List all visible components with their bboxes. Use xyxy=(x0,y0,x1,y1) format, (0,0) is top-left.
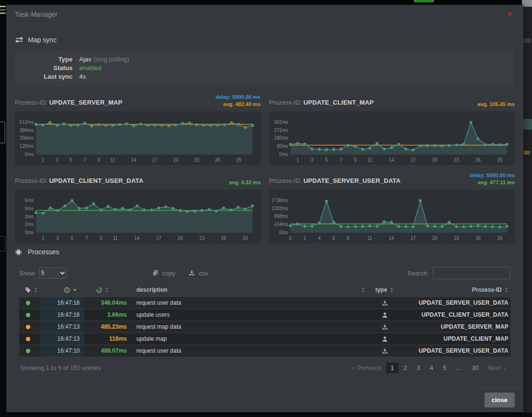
copy-label: copy xyxy=(162,270,175,277)
table-row[interactable]: 16:47:16 3.66ms update users UPDATE_CLIE… xyxy=(19,309,510,321)
download-icon xyxy=(382,300,388,306)
next-page-button[interactable]: Next › xyxy=(484,362,509,373)
column-header-type[interactable]: type xyxy=(372,286,397,293)
delay-stat: delay: 5000.00 ms xyxy=(216,94,261,101)
info-row-type: Type Ajax(long polling) xyxy=(15,55,515,64)
svg-text:5: 5 xyxy=(71,236,73,241)
info-value: Ajax(long polling) xyxy=(79,55,129,64)
show-label: Show xyxy=(19,270,35,277)
background-page-fragment xyxy=(524,151,530,155)
svg-text:17: 17 xyxy=(156,236,161,241)
svg-text:11: 11 xyxy=(113,236,118,241)
svg-text:29: 29 xyxy=(497,157,502,163)
page-button[interactable]: 3 xyxy=(412,362,424,373)
close-button[interactable]: close xyxy=(484,393,515,407)
type-cell xyxy=(372,300,397,306)
svg-text:5: 5 xyxy=(70,157,73,163)
svg-text:3: 3 xyxy=(56,157,59,163)
table-body: 16:47:16 346.04ms request user data UPDA… xyxy=(19,297,510,357)
table-row[interactable]: 16:47:10 489.07ms request user data UPDA… xyxy=(19,345,510,357)
column-header-status[interactable] xyxy=(19,287,40,293)
sync-type-note: (long polling) xyxy=(93,56,129,63)
table-row[interactable]: 16:47:13 485.23ms request map data UPDAT… xyxy=(19,321,510,333)
sort-icon xyxy=(362,287,365,293)
column-header-description[interactable]: description xyxy=(132,286,372,293)
svg-text:256ms: 256ms xyxy=(20,135,34,141)
previous-page-button[interactable]: ‹ Previous xyxy=(348,362,385,373)
chart-update-client-map: Prozess-ID: UPDATE_CLIENT_MAP avg. 105.4… xyxy=(269,93,515,165)
svg-text:11: 11 xyxy=(367,157,372,163)
csv-button[interactable]: csv xyxy=(189,270,208,277)
close-icon[interactable]: × xyxy=(505,10,515,19)
svg-text:29: 29 xyxy=(236,157,241,163)
svg-text:17: 17 xyxy=(410,236,415,241)
svg-text:5: 5 xyxy=(325,157,328,163)
type-cell xyxy=(372,312,397,318)
background-page-fragment xyxy=(0,12,6,14)
processes-heading: Processes xyxy=(15,248,515,256)
description-cell: update map xyxy=(132,335,372,342)
svg-text:7: 7 xyxy=(339,157,342,163)
status-cell xyxy=(19,325,40,329)
chart-panel: 0ms2ms3ms5ms6ms1357911141720232629 xyxy=(15,190,261,243)
svg-text:271ms: 271ms xyxy=(274,128,288,133)
avg-stat: avg. 105.45 ms xyxy=(477,101,515,108)
svg-text:434ms: 434ms xyxy=(274,222,288,227)
svg-text:7: 7 xyxy=(84,157,86,163)
show-entries-select[interactable]: 5 xyxy=(39,267,67,279)
svg-text:23: 23 xyxy=(454,236,459,241)
chart-panel: 0ms434ms868ms1302ms1736ms024681114172023… xyxy=(269,190,515,243)
pagination: ‹ Previous 12345…30 Next › xyxy=(348,362,509,373)
page-button[interactable]: 1 xyxy=(386,362,398,373)
info-label: Last sync xyxy=(15,72,79,81)
status-cell xyxy=(19,301,40,305)
time-cell: 16:47:16 xyxy=(40,309,85,321)
prozess-id-header-label: Prozess-ID xyxy=(472,286,502,293)
background-page-fragment xyxy=(0,6,6,7)
sort-icon xyxy=(34,287,38,293)
duration-cell: 3.66ms xyxy=(85,311,132,318)
status-dot-icon xyxy=(26,349,30,353)
chart-update-server-user-data: Prozess-ID: UPDATE_SERVER_USER_DATA dela… xyxy=(269,171,515,243)
page-button[interactable]: 2 xyxy=(399,362,411,373)
chart-header: Prozess-ID: UPDATE_CLIENT_USER_DATA avg.… xyxy=(15,171,261,186)
chart-canvas: 0ms128ms256ms384ms512ms13579111417202326… xyxy=(16,112,259,164)
status-dot-icon xyxy=(26,337,30,341)
table-row[interactable]: 16:47:16 346.04ms request user data UPDA… xyxy=(19,297,510,309)
previous-label: Previous xyxy=(357,364,382,371)
csv-label: csv xyxy=(199,270,208,277)
svg-text:9: 9 xyxy=(97,157,100,163)
type-cell xyxy=(372,336,397,342)
column-header-duration[interactable] xyxy=(85,287,132,293)
sort-icon xyxy=(390,287,394,293)
search-input[interactable] xyxy=(433,267,510,279)
svg-text:14: 14 xyxy=(131,157,136,163)
column-header-prozess-id[interactable]: Prozess-ID xyxy=(397,286,510,293)
description-cell: request user data xyxy=(132,347,372,354)
clock-icon xyxy=(64,287,70,293)
map-sync-heading-label: Map sync xyxy=(28,36,57,44)
table-row[interactable]: 16:47:13 118ms update map UPDATE_CLIENT_… xyxy=(19,333,510,345)
svg-text:7: 7 xyxy=(85,236,87,241)
page-button[interactable]: 30 xyxy=(467,362,483,373)
svg-text:29: 29 xyxy=(497,236,502,241)
copy-button[interactable]: copy xyxy=(152,270,175,277)
svg-text:180ms: 180ms xyxy=(274,135,288,141)
dialog-header: Task-Manager × xyxy=(6,5,523,24)
svg-text:2: 2 xyxy=(303,236,306,241)
svg-text:20: 20 xyxy=(173,157,178,163)
column-header-time[interactable] xyxy=(40,287,85,293)
search-label: Search: xyxy=(407,270,429,277)
svg-text:128ms: 128ms xyxy=(20,143,34,149)
chart-stats: delay: 5000.00 ms avg. 482.40 ms xyxy=(216,94,261,108)
scrollbar-thumb[interactable] xyxy=(522,0,532,7)
svg-text:3ms: 3ms xyxy=(25,214,34,219)
duration-cell: 485.23ms xyxy=(85,323,132,330)
sort-icon xyxy=(505,287,508,293)
svg-text:1: 1 xyxy=(296,157,299,163)
page-button[interactable]: 4 xyxy=(425,362,437,373)
svg-text:3: 3 xyxy=(56,236,59,241)
page-button[interactable]: 5 xyxy=(438,362,450,373)
prozess-id-cell: UPDATE_CLIENT_MAP xyxy=(397,335,510,342)
chart-canvas: 0ms2ms3ms5ms6ms1357911141720232629 xyxy=(16,191,259,242)
